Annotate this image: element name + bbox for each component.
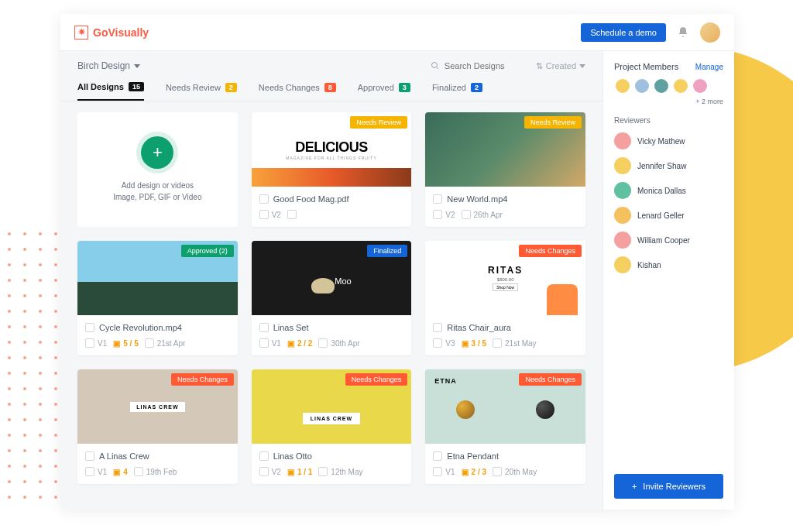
reviewer-avatar: [614, 207, 631, 224]
reviewer-item[interactable]: Vicky Mathew: [614, 132, 723, 149]
version-icon: [85, 338, 94, 348]
version-icon: [433, 467, 442, 476]
sidebar-title: Project Members: [614, 62, 678, 71]
card-thumbnail: ETNANeeds Changes: [425, 369, 585, 444]
calendar-icon: [318, 467, 328, 476]
tab-needs-review[interactable]: Needs Review2: [166, 82, 237, 101]
design-card[interactable]: RITAS$800.00Shop NowNeeds Changes Ritas …: [425, 241, 585, 355]
version-icon: [433, 210, 442, 219]
reviewer-item[interactable]: Jennifer Shaw: [614, 157, 723, 174]
design-card[interactable]: MooFinalized Linas Set V1▣ 2 / 230th Apr: [252, 241, 412, 355]
comment-icon: ▣: [113, 339, 120, 348]
member-avatar[interactable]: [633, 77, 651, 94]
user-avatar[interactable]: [700, 22, 720, 43]
card-title: Linas Set: [273, 323, 309, 332]
member-avatar[interactable]: [672, 77, 689, 94]
search-box[interactable]: [431, 61, 522, 70]
card-thumbnail: Needs Review: [425, 112, 585, 187]
comment-icon: ▣: [462, 339, 469, 348]
status-badge: Needs Review: [524, 116, 582, 129]
card-title: Linas Otto: [273, 451, 312, 461]
design-card[interactable]: AUROSLINAS CREWNeeds Changes Linas Otto …: [252, 369, 412, 484]
member-avatar[interactable]: [614, 77, 631, 94]
sort-dropdown[interactable]: ⇅ Created: [536, 61, 585, 71]
card-title: Good Food Mag.pdf: [273, 194, 349, 204]
reviewer-item[interactable]: Kishan: [614, 256, 723, 273]
status-badge: Needs Changes: [519, 373, 582, 386]
member-avatar[interactable]: [653, 77, 670, 94]
design-card[interactable]: Approved (2) Cycle Revolution.mp4 V1▣ 5 …: [77, 241, 238, 355]
svg-point-0: [431, 63, 437, 68]
card-thumbnail: Approved (2): [77, 241, 238, 315]
comment-icon: ▣: [287, 468, 294, 476]
tab-needs-changes[interactable]: Needs Changes8: [259, 82, 336, 101]
calendar-icon: [287, 210, 297, 219]
design-card[interactable]: LINAS CREWNeeds Changes A Linas Crew V1▣…: [77, 369, 238, 484]
status-badge: Needs Changes: [345, 373, 408, 386]
comment-icon: ▣: [113, 468, 120, 476]
card-title: A Linas Crew: [99, 451, 149, 461]
manage-link[interactable]: Manage: [695, 63, 723, 71]
design-card[interactable]: DELICIOUSMAGAZINE FOR ALL THINGS FRUITYN…: [252, 112, 412, 227]
version-icon: [259, 210, 269, 219]
count-badge: 8: [324, 83, 336, 92]
reviewers-heading: Reviewers: [614, 116, 723, 125]
filter-tabs: All Designs15Needs Review2Needs Changes8…: [60, 71, 602, 101]
topbar: ✷ GoVisually Schedule a demo: [60, 14, 734, 51]
file-type-icon: [85, 451, 94, 461]
version-icon: [259, 467, 269, 476]
add-design-card[interactable]: +Add design or videosImage, PDF, GIF or …: [77, 112, 238, 227]
count-badge: 3: [399, 83, 410, 92]
logo[interactable]: ✷ GoVisually: [74, 26, 149, 39]
status-badge: Needs Review: [350, 116, 407, 129]
card-thumbnail: RITAS$800.00Shop NowNeeds Changes: [425, 241, 585, 315]
plus-icon: +: [141, 136, 173, 169]
reviewer-name: Kishan: [637, 261, 661, 269]
count-badge: 2: [225, 83, 237, 92]
design-card[interactable]: Needs Review New World.mp4 V226th Apr: [425, 112, 585, 227]
more-members[interactable]: + 2 more: [614, 98, 723, 105]
file-type-icon: [433, 194, 442, 204]
tab-approved[interactable]: Approved3: [358, 82, 410, 101]
calendar-icon: [493, 467, 502, 476]
reviewer-name: Jennifer Shaw: [637, 162, 686, 170]
status-badge: Finalized: [367, 245, 407, 257]
calendar-icon: [134, 467, 143, 476]
design-grid: +Add design or videosImage, PDF, GIF or …: [60, 101, 602, 495]
file-type-icon: [259, 323, 269, 332]
file-type-icon: [433, 323, 442, 332]
comment-icon: ▣: [462, 468, 469, 476]
reviewer-item[interactable]: William Cooper: [614, 232, 723, 249]
tab-finalized[interactable]: Finalized2: [432, 82, 482, 101]
brand-name: GoVisually: [93, 26, 149, 39]
design-card[interactable]: ETNANeeds Changes Etna Pendant V1▣ 2 / 3…: [425, 369, 585, 484]
reviewer-name: William Cooper: [637, 236, 690, 245]
version-icon: [259, 338, 269, 348]
notifications-icon[interactable]: [677, 26, 689, 39]
tab-all-designs[interactable]: All Designs15: [77, 82, 144, 101]
reviewer-avatar: [614, 132, 631, 149]
schedule-demo-button[interactable]: Schedule a demo: [581, 23, 666, 42]
reviewer-item[interactable]: Monica Dallas: [614, 182, 723, 199]
reviewer-name: Lenard Geller: [637, 211, 685, 220]
project-dropdown[interactable]: Birch Design: [77, 60, 140, 71]
svg-line-1: [436, 67, 438, 70]
reviewer-avatar: [614, 256, 631, 273]
reviewer-item[interactable]: Lenard Geller: [614, 207, 723, 224]
logo-icon: ✷: [74, 26, 88, 39]
chevron-down-icon: [579, 64, 585, 68]
member-avatar[interactable]: [692, 77, 709, 94]
status-badge: Needs Changes: [519, 245, 582, 257]
version-icon: [433, 338, 442, 348]
count-badge: 15: [129, 82, 144, 91]
search-input[interactable]: [445, 61, 522, 70]
status-badge: Needs Changes: [171, 373, 234, 386]
count-badge: 2: [471, 83, 482, 92]
invite-reviewers-button[interactable]: + Invite Reviewers: [614, 474, 723, 499]
reviewer-name: Monica Dallas: [637, 187, 686, 195]
file-type-icon: [259, 451, 269, 461]
plus-icon: +: [632, 482, 637, 491]
reviewer-avatar: [614, 232, 631, 249]
app-window: ✷ GoVisually Schedule a demo Birch Desig…: [60, 14, 734, 510]
calendar-icon: [462, 210, 471, 219]
